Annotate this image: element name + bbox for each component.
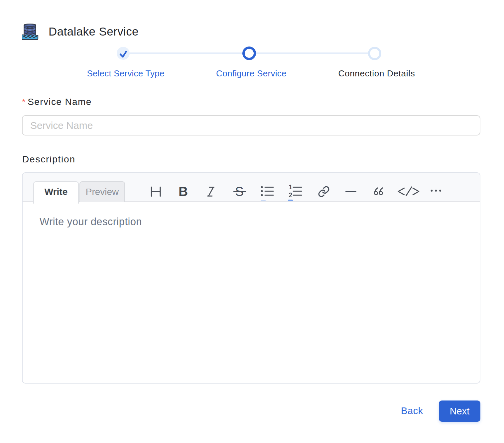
svg-text:2: 2 — [289, 191, 293, 199]
svg-text:1: 1 — [289, 185, 293, 191]
